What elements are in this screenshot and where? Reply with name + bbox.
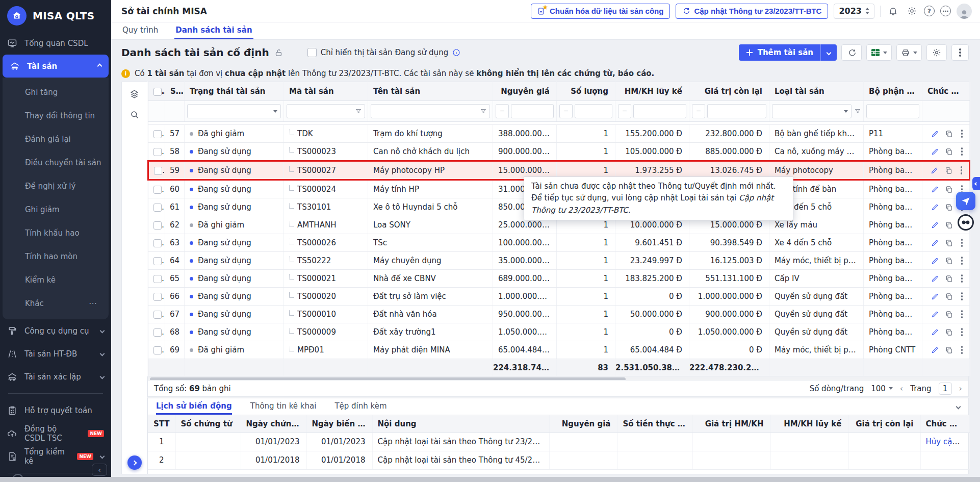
edit-pencil-icon[interactable] xyxy=(931,239,939,247)
tab-danh-sach-tai-san[interactable]: Danh sách tài sản xyxy=(174,22,253,39)
row-checkbox[interactable] xyxy=(153,311,162,319)
row-checkbox[interactable] xyxy=(153,275,162,283)
table-row[interactable]: 69 Đã ghi giảm MPĐ01 Máy phát điện MINA … xyxy=(148,341,970,359)
tab-quy-trinh[interactable]: Quy trình xyxy=(121,22,159,39)
equals-operator[interactable]: = xyxy=(559,104,573,118)
col-bo-phan[interactable]: Bộ phận sử d xyxy=(864,82,922,101)
sidebar-item-cong-cu-dung-cu[interactable]: Công cụ dụng cụ xyxy=(0,319,111,342)
edit-pencil-icon[interactable] xyxy=(931,311,939,318)
expand-panel-button[interactable] xyxy=(127,455,142,470)
equals-operator[interactable]: = xyxy=(692,104,705,118)
row-checkbox[interactable] xyxy=(153,148,162,156)
col-ma-tai-san[interactable]: Mã tài sản xyxy=(284,82,368,101)
copy-icon[interactable] xyxy=(945,239,953,247)
row-checkbox[interactable] xyxy=(153,221,162,230)
col-nguyen-gia[interactable]: Nguyên giá xyxy=(493,82,557,101)
row-kebab-icon[interactable] xyxy=(960,328,965,336)
in-use-checkbox[interactable] xyxy=(307,48,317,57)
copy-icon[interactable] xyxy=(945,130,953,138)
table-row[interactable]: 67 Đang sử dụng TS000010 Đất nhà văn hóa… xyxy=(148,306,970,323)
standardize-data-button[interactable]: ★ Chuẩn hóa dữ liệu tài sản công xyxy=(531,4,670,19)
tab-tep-dinh-kem[interactable]: Tệp đính kèm xyxy=(334,398,386,415)
settings-gear-icon[interactable] xyxy=(905,5,918,18)
con-lai-filter-input[interactable] xyxy=(707,104,766,118)
col-so-luong[interactable]: Số lượng xyxy=(557,82,615,101)
row-checkbox[interactable] xyxy=(153,130,162,138)
sidebar-subitem[interactable]: Ghi giảm xyxy=(3,198,109,221)
ava-assistant-button[interactable] xyxy=(956,192,975,210)
sidebar-item-tai-san[interactable]: Tài sản xyxy=(3,55,109,78)
copy-icon[interactable] xyxy=(945,186,953,193)
help-icon[interactable]: ? xyxy=(924,6,935,16)
copy-icon[interactable] xyxy=(945,346,953,354)
kebab-menu-button[interactable] xyxy=(951,44,969,61)
edit-pencil-icon[interactable] xyxy=(931,167,938,174)
copy-icon[interactable] xyxy=(945,204,953,211)
edit-pencil-icon[interactable] xyxy=(931,221,939,229)
row-kebab-icon[interactable] xyxy=(960,292,965,300)
year-spinner-icon[interactable] xyxy=(865,8,869,14)
table-row[interactable]: 65 Đang sử dụng TS000021 Nhà để xe CBNV … xyxy=(148,270,970,288)
tab-thong-tin-ke-khai[interactable]: Thông tin kê khai xyxy=(250,398,317,415)
copy-icon[interactable] xyxy=(945,167,952,174)
edit-pencil-icon[interactable] xyxy=(931,148,939,156)
user-avatar[interactable] xyxy=(957,4,972,19)
col-stt[interactable]: STT xyxy=(165,82,185,101)
sidebar-subitem[interactable]: Ghi tăng xyxy=(3,81,109,104)
next-page-button[interactable]: › xyxy=(959,384,962,393)
history-row[interactable]: 1 01/01/2023 01/01/2023 Cập nhật loại tà… xyxy=(148,433,969,451)
edit-pencil-icon[interactable] xyxy=(931,275,939,283)
year-selector[interactable]: 2023 xyxy=(834,4,874,19)
edit-pencil-icon[interactable] xyxy=(931,130,939,138)
row-kebab-icon[interactable] xyxy=(960,147,965,156)
equals-operator[interactable]: = xyxy=(618,104,631,118)
col-loai-tai-san[interactable]: Loại tài sản xyxy=(769,82,864,101)
copy-icon[interactable] xyxy=(945,148,953,156)
sidebar-subitem[interactable]: Điều chuyển tài sản xyxy=(3,151,109,174)
row-checkbox[interactable] xyxy=(153,204,162,212)
col-gia-tri-con-lai[interactable]: Giá trị còn lại xyxy=(689,82,769,101)
refresh-button[interactable] xyxy=(841,44,862,61)
row-kebab-icon[interactable] xyxy=(960,274,965,283)
table-row[interactable]: 68 Đang sử dụng TS000009 Đất xây trường1… xyxy=(148,323,970,341)
edit-pencil-icon[interactable] xyxy=(931,204,939,211)
code-filter-input[interactable] xyxy=(287,104,365,118)
copy-icon[interactable] xyxy=(945,293,953,300)
edit-pencil-icon[interactable] xyxy=(931,186,939,193)
row-kebab-icon[interactable] xyxy=(960,310,965,318)
layers-icon[interactable] xyxy=(122,89,147,99)
edit-pencil-icon[interactable] xyxy=(931,257,939,265)
col-trang-thai[interactable]: Trạng thái tài sản xyxy=(185,82,284,101)
table-row[interactable]: 58 Đang sử dụng TS000023 Can nô chở khác… xyxy=(148,143,970,161)
hm-kh-filter-input[interactable] xyxy=(633,104,686,118)
so-luong-filter-input[interactable] xyxy=(575,104,612,118)
loai-filter-select[interactable] xyxy=(772,104,852,118)
sidebar-subitem[interactable]: Kiểm kê xyxy=(3,268,109,292)
sidebar-collapse-button[interactable]: ‹ xyxy=(92,464,107,476)
row-checkbox[interactable] xyxy=(153,257,162,265)
col-hm-kh[interactable]: HM/KH lũy kế xyxy=(615,82,689,101)
more-options-icon[interactable]: ⋯ xyxy=(940,6,951,16)
edit-pencil-icon[interactable] xyxy=(931,328,939,336)
history-row[interactable]: 2 01/01/2018 01/01/2018 Cập nhật loại tà… xyxy=(148,451,969,469)
copy-icon[interactable] xyxy=(945,221,953,229)
edit-pencil-icon[interactable] xyxy=(931,346,939,354)
table-row[interactable]: 57 Đã ghi giảm TDK Trạm đo khí tượng 388… xyxy=(148,125,970,143)
sidebar-subitem[interactable]: Thay đổi thông tin xyxy=(3,104,109,128)
select-all-checkbox[interactable] xyxy=(153,88,162,96)
sidebar-subitem[interactable]: Tính khấu hao xyxy=(3,221,109,245)
row-checkbox[interactable] xyxy=(153,346,162,354)
copy-icon[interactable] xyxy=(945,328,953,336)
export-excel-button[interactable] xyxy=(866,44,892,61)
copy-icon[interactable] xyxy=(945,275,953,283)
edge-expand-tab[interactable] xyxy=(972,177,980,190)
undo-update-link[interactable]: Hủy cập nhật xyxy=(926,437,970,446)
sidebar-item-tai-san-ht-db[interactable]: Tài sản HT-ĐB xyxy=(0,342,111,365)
sidebar-item-tai-san-xac-lap[interactable]: Tài sản xác lập xyxy=(0,365,111,388)
update-circular-button[interactable]: Cập nhật Thông tư 23/2023/TT-BTC xyxy=(676,4,828,19)
row-checkbox[interactable] xyxy=(154,167,162,175)
collapse-detail-panel-button[interactable] xyxy=(957,398,960,415)
add-asset-button[interactable]: Thêm tài sản xyxy=(739,44,837,61)
sidebar-subitem-khac[interactable]: Khác ⋯ xyxy=(3,292,109,315)
search-icon[interactable] xyxy=(122,110,147,119)
